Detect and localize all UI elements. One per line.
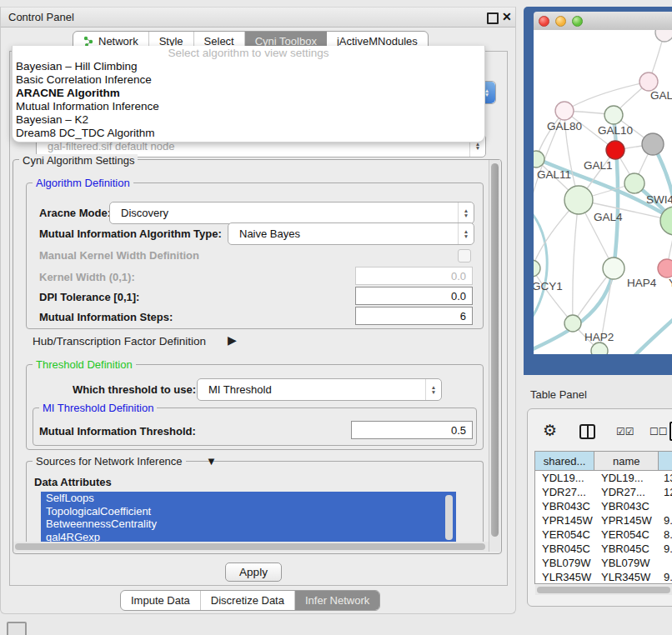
network-node-gcy1[interactable]	[534, 260, 540, 277]
manual-kernel-label: Manual Kernel Width Definition	[39, 249, 199, 262]
vertical-scrollbar-thumb[interactable]	[491, 163, 499, 537]
network-node-bottom-node[interactable]	[591, 342, 608, 354]
network-node-gal80[interactable]	[555, 102, 574, 120]
tab-impute-data[interactable]: Impute Data	[121, 591, 201, 610]
network-node-label: SWI4	[646, 193, 672, 206]
mi-threshold-field[interactable]	[351, 421, 473, 439]
combo-stepper-icon: ▲▼	[425, 379, 441, 400]
network-node-label: GAL11	[537, 168, 571, 181]
apply-button[interactable]: Apply	[225, 562, 282, 582]
node-table: shared... name YDL19... YDL19... 13 YDR2…	[534, 451, 672, 584]
table-settings-icon[interactable]: ⚙	[543, 422, 557, 439]
network-node-red-node[interactable]	[606, 141, 624, 159]
network-node-pink-y[interactable]	[658, 259, 672, 278]
network-edge[interactable]	[564, 82, 649, 111]
column-header-name[interactable]: name	[594, 452, 659, 470]
network-svg[interactable]: GALGAL80GAL10GAL1GAL11SWI4GAL4GCY1HAP4YH…	[534, 30, 672, 354]
data-attribute-item[interactable]: SelfLoops	[41, 492, 456, 505]
deselect-all-rows-icon[interactable]: ☐☐	[649, 426, 668, 438]
threshold-definition-title: Threshold Definition	[33, 358, 136, 371]
network-edge[interactable]	[534, 268, 573, 323]
table-hscroll-thumb[interactable]	[537, 587, 670, 593]
mi-threshold-label: Mutual Information Threshold:	[39, 425, 196, 438]
expand-arrow-icon[interactable]: ▶	[228, 333, 237, 347]
window-minimize-button[interactable]	[555, 16, 566, 27]
float-window-icon[interactable]	[487, 12, 499, 24]
network-node-label: GAL	[650, 89, 672, 102]
algorithm-option[interactable]: Mutual Information Inference	[13, 100, 484, 113]
mi-threshold-group-title: MI Threshold Definition	[39, 402, 157, 414]
dock-panel-icon[interactable]	[7, 622, 27, 635]
combo-stepper-icon: ▲▼	[458, 223, 474, 244]
control-panel-titlebar: Control Panel ✕	[1, 8, 515, 28]
split-columns-icon[interactable]	[579, 424, 595, 439]
table-panel: ⚙ ☑☑ ☐☐ shared... name YDL19... YDL19...…	[527, 408, 672, 607]
table-row[interactable]: YBR043C YBR043C	[535, 499, 672, 513]
close-panel-icon[interactable]: ✕	[502, 12, 512, 21]
mi-algorithm-type-label: Mutual Information Algorithm Type:	[39, 228, 222, 240]
network-node-label: HAP4	[627, 277, 657, 289]
data-attribute-item[interactable]: TopologicalCoefficient	[41, 505, 456, 518]
network-node-hap4[interactable]	[603, 258, 624, 279]
table-row[interactable]: YBL079W YBL079W	[535, 556, 672, 570]
manual-kernel-checkbox[interactable]	[458, 249, 471, 262]
algorithm-option[interactable]: Bayesian – K2	[13, 113, 484, 127]
tab-infer-network[interactable]: Infer Network	[295, 591, 379, 610]
sources-group-title: Sources for Network Inference	[33, 455, 186, 468]
table-row[interactable]: YDL19... YDL19... 13	[535, 471, 672, 485]
combo-stepper-icon: ▲▼	[458, 202, 474, 223]
network-node-gal4[interactable]	[564, 186, 593, 214]
network-node-swi4[interactable]	[624, 173, 644, 193]
network-node-gal10[interactable]	[604, 106, 623, 124]
kernel-width-field[interactable]	[355, 267, 473, 285]
algorithm-option[interactable]: ARACNE Algorithm	[13, 87, 484, 100]
horizontal-scrollbar[interactable]	[13, 542, 489, 552]
tab-discretize-data[interactable]: Discretize Data	[201, 591, 295, 610]
control-panel-title: Control Panel	[8, 11, 74, 23]
algorithm-definition-title: Algorithm Definition	[33, 177, 133, 189]
table-row[interactable]: YER054C YER054C 8.	[535, 528, 672, 542]
dpi-tolerance-field[interactable]	[355, 287, 473, 305]
data-attributes-list[interactable]: SelfLoopsTopologicalCoefficientBetweenne…	[41, 492, 456, 546]
algorithm-option[interactable]: Bayesian – Hill Climbing	[13, 60, 484, 73]
table-horizontal-scrollbar[interactable]	[535, 585, 672, 595]
table-row[interactable]: YLR345W YLR345W 9.	[535, 570, 672, 583]
table-panel-title: Table Panel	[530, 388, 587, 401]
network-window-titlebar	[534, 12, 672, 31]
network-node-gal11[interactable]	[534, 151, 544, 168]
table-row[interactable]: YBR045C YBR045C 9.	[535, 542, 672, 556]
table-header: shared... name	[535, 452, 672, 471]
network-node-hap2[interactable]	[564, 315, 581, 332]
network-node-top-node[interactable]	[655, 30, 672, 42]
aracne-mode-combobox[interactable]: Discovery ▲▼	[109, 202, 474, 224]
algorithm-dropdown-list: Select algorithm to view settings Bayesi…	[12, 46, 485, 142]
table-row[interactable]: YDR27... YDR27... 12	[535, 485, 672, 499]
network-node-gal7[interactable]	[639, 72, 658, 91]
algorithm-option[interactable]: Basic Correlation Inference	[13, 73, 484, 87]
mi-algorithm-type-combobox[interactable]: Naive Bayes ▲▼	[228, 222, 474, 245]
algorithm-option[interactable]: Dream8 DC_TDC Algorithm	[13, 127, 484, 140]
network-edge[interactable]	[634, 312, 672, 354]
column-header-partial[interactable]	[659, 452, 672, 470]
select-all-rows-icon[interactable]: ☑☑	[616, 426, 634, 438]
column-header-shared-name[interactable]: shared...	[535, 452, 594, 470]
horizontal-scrollbar-thumb[interactable]	[15, 543, 485, 550]
network-view[interactable]: GALGAL80GAL10GAL1GAL11SWI4GAL4GCY1HAP4YH…	[534, 30, 672, 354]
table-row[interactable]: YPR145W YPR145W 9.	[535, 513, 672, 528]
window-zoom-button[interactable]	[572, 16, 583, 27]
network-node-gray-node[interactable]	[642, 133, 664, 155]
dpi-tolerance-label: DPI Tolerance [0,1]:	[39, 291, 139, 303]
window-close-button[interactable]	[539, 16, 549, 27]
network-edge[interactable]	[573, 200, 579, 323]
network-node-label: Y	[669, 277, 672, 289]
collapse-arrow-icon[interactable]: ▼	[203, 455, 220, 468]
list-scrollbar-thumb[interactable]	[445, 495, 453, 540]
data-attribute-item[interactable]: BetweennessCentrality	[41, 518, 456, 531]
network-window: GALGAL80GAL10GAL1GAL11SWI4GAL4GCY1HAP4YH…	[524, 7, 672, 375]
hub-definition-label: Hub/Transcription Factor Definition	[33, 335, 206, 348]
which-threshold-combobox[interactable]: MI Threshold ▲▼	[197, 378, 442, 401]
network-node-label: GCY1	[534, 280, 563, 292]
bottom-tabs: Impute Data Discretize Data Infer Networ…	[120, 590, 380, 611]
vertical-scrollbar[interactable]	[489, 160, 500, 552]
mi-steps-field[interactable]	[355, 307, 473, 325]
